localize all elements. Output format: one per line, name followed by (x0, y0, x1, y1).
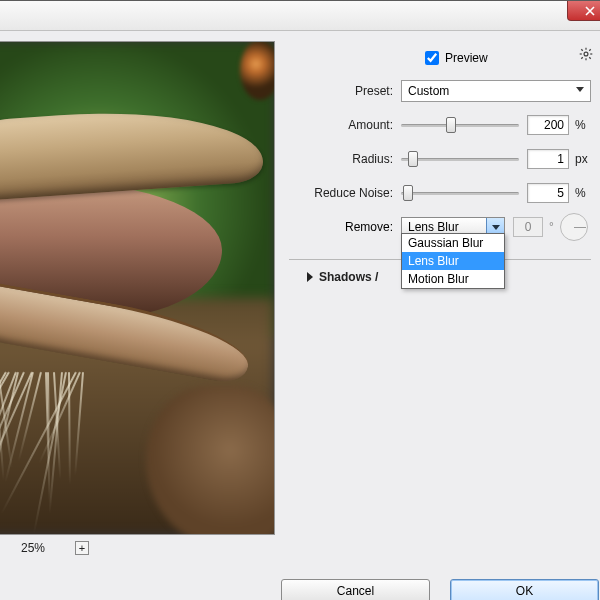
svg-line-8 (581, 57, 582, 58)
gear-icon[interactable] (579, 47, 593, 61)
controls-panel: Preview Preset: Custom Amount: 200 % Rad… (289, 41, 600, 600)
ok-button[interactable]: OK (450, 579, 599, 600)
amount-slider[interactable] (401, 116, 519, 134)
noise-input[interactable]: 5 (527, 183, 569, 203)
radius-unit: px (569, 152, 591, 166)
preview-checkbox-label: Preview (445, 51, 488, 65)
remove-value: Lens Blur (408, 220, 459, 234)
dialog-content: 25% + Preview Preset: Custom Amount: (0, 31, 600, 600)
radius-slider[interactable] (401, 150, 519, 168)
remove-option-motion[interactable]: Motion Blur (402, 270, 504, 288)
remove-label: Remove: (289, 220, 401, 234)
noise-unit: % (569, 186, 591, 200)
zoom-percent: 25% (21, 541, 45, 555)
degree-symbol: ° (543, 220, 560, 234)
noise-slider[interactable] (401, 184, 519, 202)
amount-label: Amount: (289, 118, 401, 132)
remove-option-gaussian[interactable]: Gaussian Blur (402, 234, 504, 252)
remove-row: Remove: Lens Blur 0 ° Gaussian Blur Lens… (289, 213, 591, 241)
triangle-right-icon (307, 272, 313, 282)
remove-option-lens[interactable]: Lens Blur (402, 252, 504, 270)
dialog-buttons: Cancel OK (281, 579, 599, 600)
svg-point-0 (584, 52, 588, 56)
titlebar (0, 1, 600, 31)
shadows-section-title: Shadows / (319, 270, 378, 284)
remove-dropdown-list: Gaussian Blur Lens Blur Motion Blur (401, 233, 505, 289)
preview-checkbox[interactable] (425, 51, 439, 65)
preview-image[interactable] (0, 41, 275, 535)
chevron-down-icon (576, 87, 584, 92)
dialog-window: 25% + Preview Preset: Custom Amount: (0, 0, 600, 600)
zoom-in-button[interactable]: + (75, 541, 89, 555)
noise-label: Reduce Noise: (289, 186, 401, 200)
preset-dropdown[interactable]: Custom (401, 80, 591, 102)
amount-row: Amount: 200 % (289, 111, 591, 139)
preview-checkbox-row: Preview (425, 51, 591, 65)
preview-pane: 25% + (0, 41, 275, 600)
angle-dial (560, 213, 588, 241)
amount-input[interactable]: 200 (527, 115, 569, 135)
preset-row: Preset: Custom (289, 77, 591, 105)
close-icon (585, 6, 595, 16)
angle-input: 0 (513, 217, 543, 237)
svg-line-7 (589, 49, 590, 50)
noise-row: Reduce Noise: 5 % (289, 179, 591, 207)
radius-row: Radius: 1 px (289, 145, 591, 173)
close-button[interactable] (567, 1, 600, 21)
preset-value: Custom (408, 84, 449, 98)
cancel-button[interactable]: Cancel (281, 579, 430, 600)
svg-line-5 (581, 49, 582, 50)
preset-label: Preset: (289, 84, 401, 98)
radius-label: Radius: (289, 152, 401, 166)
amount-unit: % (569, 118, 591, 132)
radius-input[interactable]: 1 (527, 149, 569, 169)
svg-line-6 (589, 57, 590, 58)
preview-scene (0, 42, 274, 534)
zoom-bar: 25% + (0, 535, 275, 555)
